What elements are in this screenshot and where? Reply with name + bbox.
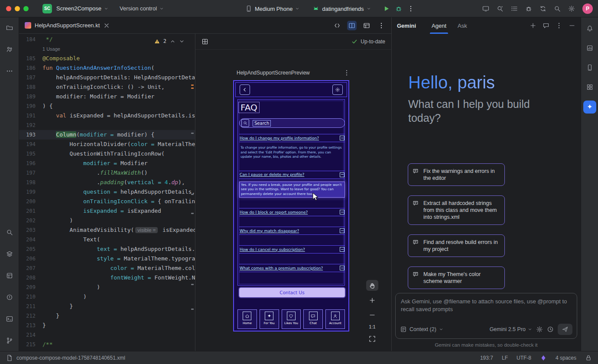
line-number[interactable]: 204 <box>19 235 42 244</box>
line-number[interactable]: 203 <box>19 225 42 235</box>
code-line[interactable]: 212 } <box>19 311 195 321</box>
line-number[interactable]: 201 <box>19 206 42 216</box>
code-line[interactable]: 205 text = helpAndSupportDetails.answer, <box>19 244 195 254</box>
tab-agent[interactable]: Agent <box>431 17 447 34</box>
chat-list-icon[interactable] <box>543 22 549 29</box>
line-number[interactable]: 202 <box>19 216 42 225</box>
line-number[interactable]: 207 <box>19 263 42 273</box>
line-number[interactable]: 192 <box>19 120 42 130</box>
zoom-reset-label[interactable]: 1:1 <box>369 324 375 329</box>
code-view-button[interactable] <box>332 21 342 30</box>
gemini-prompt-input[interactable]: Ask Gemini, use @filename to attach sour… <box>395 293 577 339</box>
minimize-window-button[interactable] <box>15 6 20 11</box>
line-number[interactable]: 190 <box>19 101 42 111</box>
code-line[interactable]: 202 ) <box>19 216 195 225</box>
terminal-icon[interactable] <box>3 313 16 325</box>
code-line[interactable]: 209 ) <box>19 283 195 292</box>
line-number[interactable]: 214 <box>19 330 42 340</box>
tab-helpandsupportscreen[interactable]: HelpAndSupportScreen.kt <box>19 17 116 33</box>
code-line[interactable]: 194 HorizontalDivider(color = MaterialTh… <box>19 140 195 149</box>
code-line[interactable]: 193 Column(modifier = modifier) { <box>19 130 195 140</box>
preview-options-icon[interactable] <box>343 69 350 76</box>
line-number[interactable]: 208 <box>19 273 42 283</box>
ai-status-icon[interactable] <box>540 354 547 361</box>
code-line[interactable]: 196 modifier = Modifier <box>19 159 195 168</box>
line-separator[interactable]: LF <box>502 355 508 361</box>
zoom-out-button[interactable] <box>366 309 378 320</box>
version-control-menu[interactable]: Version control <box>120 5 164 12</box>
line-number[interactable]: 213 <box>19 321 42 330</box>
device-manager-icon[interactable] <box>584 62 596 74</box>
design-view-button[interactable] <box>362 21 371 30</box>
line-number[interactable]: 196 <box>19 159 42 168</box>
prompt-history-icon[interactable] <box>547 326 554 333</box>
tab-ask[interactable]: Ask <box>457 17 468 34</box>
code-line[interactable]: 188 onTrailingIconClick: () -> Unit, <box>19 82 195 92</box>
code-line[interactable]: 206 style = MaterialTheme.typography.bod… <box>19 254 195 263</box>
suggestion-card[interactable]: Extract all hardcoded strings from this … <box>408 195 505 225</box>
line-number[interactable]: 199 <box>19 187 42 197</box>
code-line[interactable]: 195 QuestionWithTrailingIconRow( <box>19 149 195 159</box>
usages-inlay-hint[interactable]: 1 Usage <box>42 46 60 52</box>
pull-requests-icon[interactable] <box>3 43 16 55</box>
device-selector[interactable]: Medium Phone <box>245 5 299 12</box>
code-line[interactable]: 203 AnimatedVisibility(visible = isExpan… <box>19 225 195 235</box>
code-line[interactable]: 191 val isExpanded = helpAndSupportDetai… <box>19 111 195 120</box>
code-line[interactable]: 197 .fillMaxWidth() <box>19 168 195 178</box>
line-number[interactable]: 193 <box>19 130 42 140</box>
indent-setting[interactable]: 4 spaces <box>556 355 576 361</box>
code-line[interactable]: 187 helpAndSupportDetails: HelpAndSuppor… <box>19 73 195 82</box>
code-line[interactable]: 210 ) <box>19 292 195 302</box>
resource-manager-icon[interactable] <box>584 81 596 93</box>
gemini-toolwindow-icon[interactable] <box>583 101 596 114</box>
suggestion-card[interactable]: Fix the warnings and errors in the edito… <box>408 163 505 186</box>
app-quality-insights-icon[interactable] <box>584 42 596 54</box>
search-icon[interactable] <box>554 5 561 12</box>
next-problem-icon[interactable] <box>179 39 185 44</box>
line-number[interactable]: 186 <box>19 63 42 73</box>
project-folder-icon[interactable] <box>3 22 16 34</box>
code-line[interactable]: 192 <box>19 120 195 130</box>
line-number[interactable]: 200 <box>19 197 42 206</box>
line-number[interactable]: 211 <box>19 302 42 311</box>
gradle-sync-icon[interactable] <box>540 5 546 12</box>
code-line[interactable]: 189 modifier: Modifier = Modifier <box>19 92 195 101</box>
line-number[interactable]: 188 <box>19 82 42 92</box>
line-number[interactable]: 189 <box>19 92 42 101</box>
line-number[interactable]: 195 <box>19 149 42 159</box>
more-tool-windows-icon[interactable] <box>3 65 16 77</box>
more-options-icon[interactable] <box>556 22 562 29</box>
error-stripe[interactable] <box>191 34 195 351</box>
code-line[interactable]: 208 fontWeight = FontWeight.Normal <box>19 273 195 283</box>
code-line[interactable]: 215/** <box>19 340 195 349</box>
code-line[interactable]: 185@Composable <box>19 54 195 63</box>
bug-report-icon[interactable] <box>525 5 532 12</box>
gemini-settings-icon[interactable] <box>536 326 543 333</box>
line-number[interactable]: 215 <box>19 340 42 349</box>
version-control-tool-icon[interactable] <box>3 335 16 347</box>
line-number[interactable]: 210 <box>19 292 42 302</box>
line-number[interactable]: 187 <box>19 73 42 82</box>
prev-problem-icon[interactable] <box>170 39 176 44</box>
split-view-button[interactable] <box>347 21 357 30</box>
build-variants-icon[interactable] <box>3 248 16 260</box>
line-number[interactable]: 197 <box>19 168 42 178</box>
context-selector[interactable]: Context (2) <box>400 326 443 333</box>
project-selector[interactable]: Screen2Compose <box>56 5 108 12</box>
maximize-window-button[interactable] <box>23 6 29 11</box>
code-line[interactable]: 207 color = MaterialTheme.colorScheme.on… <box>19 263 195 273</box>
code-line[interactable]: 204 Text( <box>19 235 195 244</box>
close-tab-icon[interactable] <box>103 22 110 29</box>
code-line[interactable]: 214 <box>19 330 195 340</box>
readonly-lock-icon[interactable] <box>585 354 592 361</box>
hide-panel-icon[interactable] <box>569 22 575 29</box>
line-number[interactable]: 212 <box>19 311 42 321</box>
code-line[interactable]: 213} <box>19 321 195 330</box>
structure-list-icon[interactable] <box>511 5 518 12</box>
suggestion-card[interactable]: Find and resolve build errors in my proj… <box>408 234 505 257</box>
zoom-to-fit-button[interactable] <box>366 333 378 344</box>
line-number[interactable]: 209 <box>19 283 42 292</box>
line-number[interactable]: 205 <box>19 244 42 254</box>
phone-preview-canvas[interactable]: FAQ Search How do I change my profile in… <box>233 80 349 332</box>
run-button[interactable] <box>383 5 390 12</box>
